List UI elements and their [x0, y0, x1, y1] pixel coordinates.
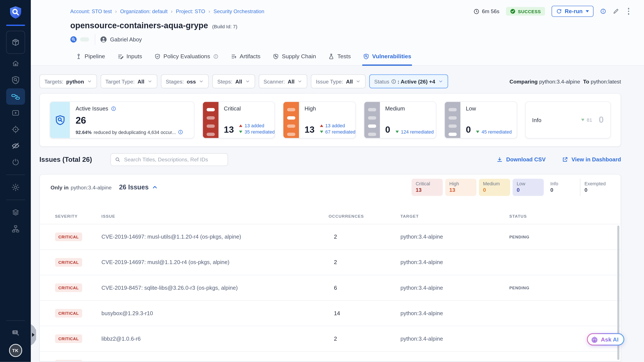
filter-steps[interactable]: Steps: All	[212, 74, 255, 88]
search-input[interactable]	[123, 156, 224, 163]
play-box-icon	[11, 108, 20, 118]
module-selector-button[interactable]	[6, 31, 25, 54]
sidebar-item-targets[interactable]	[6, 121, 25, 138]
added-delta[interactable]: 13 added	[239, 123, 275, 128]
chip-exempted: Exempted0	[580, 179, 612, 196]
issue-title[interactable]: libcrypto1.1@1.1.1a-r1	[101, 361, 328, 362]
sidebar-item-settings[interactable]	[6, 179, 25, 196]
info-circle-icon[interactable]	[178, 130, 183, 135]
ask-ai-label: Ask AI	[601, 336, 618, 342]
active-issues-card[interactable]: Active Issues 26 92.64% reduced by dedup…	[50, 102, 194, 138]
harness-sto-logo-icon[interactable]	[8, 6, 23, 20]
filter-scanner[interactable]: Scanner: All	[258, 74, 307, 88]
sidebar-item-getting-started[interactable]	[6, 154, 25, 170]
active-issues-icon-block	[50, 102, 70, 138]
edit-pipeline-icon[interactable]	[612, 8, 619, 14]
table-row[interactable]: CRITICAL CVE-2019-14697: musl@1.1.20-r4 …	[40, 250, 621, 275]
critical-card[interactable]: Critical 13 13 added 35 remediated	[202, 102, 275, 138]
filter-value: All	[346, 78, 353, 84]
table-row[interactable]: CRITICAL CVE-2019-14697: musl-utils@1.1.…	[40, 224, 621, 250]
issue-title[interactable]: libbz2@1.0.6-r6	[101, 336, 328, 342]
breadcrumb-account[interactable]: Account: STO test	[70, 8, 112, 14]
view-in-dashboard-link[interactable]: View in Dashboard	[562, 156, 621, 163]
severity-name: High	[304, 106, 356, 112]
logo-underline	[6, 24, 25, 26]
filter-issue-type[interactable]: Issue Type: All	[311, 74, 366, 88]
sidebar-divider	[6, 174, 25, 175]
high-card[interactable]: High 13 13 added 67 remediated	[283, 102, 356, 138]
chip-high: High13	[445, 179, 476, 196]
download-csv-link[interactable]: Download CSV	[497, 156, 546, 163]
sidebar-item-exemptions[interactable]	[6, 138, 25, 154]
info-card[interactable]: Info 81 0	[525, 102, 611, 138]
filter-status[interactable]: Status : Active (26) +4	[369, 74, 448, 88]
tab-pipeline[interactable]: Pipeline	[75, 51, 106, 66]
user-avatar[interactable]: TK	[9, 344, 22, 357]
tab-supply-chain[interactable]: Supply Chain	[272, 51, 317, 66]
breadcrumb-module[interactable]: Security Orchestration	[214, 8, 264, 14]
table-row[interactable]: CRITICAL libbz2@1.0.6-r6 2 python:3.4-al…	[40, 326, 621, 351]
remediated-delta[interactable]: 45 remediated	[476, 130, 512, 134]
col-target: TARGET	[400, 214, 510, 218]
filter-value: oss	[187, 78, 196, 84]
chip-critical: Critical13	[412, 179, 443, 196]
table-row[interactable]: CRITICAL libcrypto1.1@1.1.1a-r1 50 pytho…	[40, 351, 621, 362]
severity-count: 13	[304, 125, 315, 134]
breadcrumb-project[interactable]: Project: STO	[176, 8, 205, 14]
tab-artifacts[interactable]: Artifacts	[230, 51, 262, 66]
sto-mini-logo-icon	[70, 36, 77, 43]
issue-title[interactable]: CVE-2019-8457: sqlite-libs@3.26.0-r3 (os…	[101, 285, 328, 291]
issue-title[interactable]: CVE-2019-14697: musl-utils@1.1.20-r4 (os…	[101, 234, 328, 240]
supply-chain-icon	[273, 53, 279, 60]
tab-inputs[interactable]: Inputs	[117, 51, 143, 66]
status-badge: SUCCESS	[506, 7, 545, 16]
target-value: python:3.4-alpine	[400, 259, 510, 266]
rerun-button[interactable]: Re-run	[552, 6, 593, 17]
table-row[interactable]: CRITICAL busybox@1.29.3-r10 14 python:3.…	[40, 300, 621, 326]
tab-tests[interactable]: Tests	[328, 51, 352, 66]
info-circle-icon	[391, 79, 396, 84]
table-row[interactable]: CRITICAL CVE-2019-8457: sqlite-libs@3.26…	[40, 275, 621, 300]
chip-info: Info0	[546, 179, 578, 196]
medium-card[interactable]: Medium 0 124 remediated	[364, 102, 436, 138]
dedup-percent: 92.64%	[76, 130, 92, 134]
sidebar-item-home[interactable]	[6, 56, 25, 72]
occurrences-value: 2	[328, 336, 400, 342]
issue-title[interactable]: busybox@1.29.3-r10	[101, 310, 328, 316]
breadcrumb-org[interactable]: Organization: default	[120, 8, 168, 14]
filter-target-type[interactable]: Target Type: All	[100, 74, 157, 88]
col-status: STATUS	[509, 214, 620, 218]
added-delta[interactable]: 13 added	[320, 123, 356, 128]
hierarchy-icon	[11, 224, 20, 234]
sidebar-item-org-setup[interactable]	[6, 221, 25, 237]
filter-targets[interactable]: Targets: python	[40, 74, 97, 88]
sidebar-item-executions[interactable]	[6, 105, 25, 121]
duration-value: 6m 56s	[482, 8, 500, 14]
sidebar-item-pipelines[interactable]	[6, 88, 25, 105]
issue-title[interactable]: CVE-2019-14697: musl@1.1.20-r4 (os-pkgs,…	[101, 259, 328, 266]
tab-vulnerabilities[interactable]: Vulnerabilities	[362, 51, 412, 66]
col-issue: ISSUE	[101, 214, 328, 218]
chevron-up-icon[interactable]	[152, 184, 158, 190]
low-card[interactable]: Low 0 45 remediated	[444, 102, 517, 138]
sidebar-item-overview[interactable]	[6, 72, 25, 88]
shield-check-icon	[154, 53, 161, 60]
build-info-icon[interactable]	[600, 8, 606, 14]
ask-ai-button[interactable]: Ask AI	[587, 333, 624, 346]
svg-text:?: ?	[14, 330, 16, 334]
help-chat-icon[interactable]: ?	[6, 325, 25, 341]
tab-policy-evaluations[interactable]: Policy Evaluations	[154, 51, 219, 66]
more-options-icon[interactable]	[627, 7, 630, 16]
issues-search[interactable]	[110, 153, 228, 166]
remediated-delta[interactable]: 124 remediated	[396, 130, 434, 134]
remediated-delta[interactable]: 35 remediated	[239, 130, 275, 134]
chevron-down-icon	[356, 79, 360, 84]
remediated-delta[interactable]: 67 remediated	[320, 130, 356, 134]
filter-stages[interactable]: Stages: oss	[161, 74, 209, 88]
tab-label: Vulnerabilities	[372, 53, 411, 60]
sidebar-item-project-setup[interactable]	[6, 204, 25, 220]
page-title: opensource-containers-aqua-grype	[70, 21, 208, 30]
info-circle-icon[interactable]	[111, 106, 116, 111]
target-icon	[11, 125, 20, 134]
severity-badge: CRITICAL	[55, 360, 82, 362]
